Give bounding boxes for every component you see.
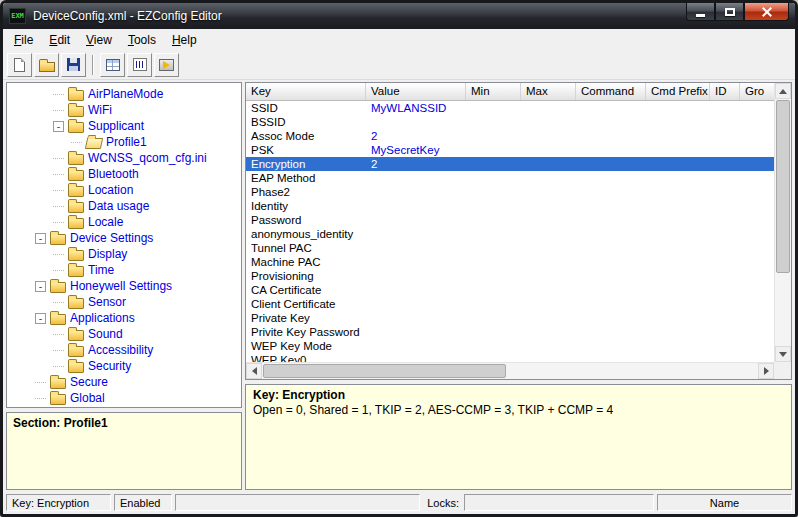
table-row-password[interactable]: Password bbox=[246, 213, 774, 227]
tree-item-security[interactable]: Security bbox=[7, 358, 241, 374]
value-cell: MyWLANSSID bbox=[366, 101, 466, 115]
tree-item-device-settings[interactable]: -Device Settings bbox=[7, 230, 241, 246]
new-file-button[interactable] bbox=[7, 53, 32, 77]
tree-item-wifi[interactable]: WiFi bbox=[7, 102, 241, 118]
tree-expander-minus-icon[interactable]: - bbox=[35, 313, 46, 324]
status-spacer bbox=[175, 494, 420, 511]
folder-open-icon bbox=[85, 138, 103, 149]
vertical-scrollbar[interactable] bbox=[774, 83, 791, 362]
table-row-wep-key0[interactable]: WEP Key0 bbox=[246, 353, 774, 362]
folder-closed-icon bbox=[68, 122, 84, 133]
column-header-gro[interactable]: Gro bbox=[740, 83, 774, 100]
table-row-ssid[interactable]: SSIDMyWLANSSID bbox=[246, 101, 774, 115]
menu-file[interactable]: File bbox=[6, 31, 41, 49]
table-row-phase2[interactable]: Phase2 bbox=[246, 185, 774, 199]
tree-item-applications[interactable]: -Applications bbox=[7, 310, 241, 326]
tree-item-time[interactable]: Time bbox=[7, 262, 241, 278]
scroll-down-button[interactable] bbox=[775, 346, 791, 362]
key-cell: EAP Method bbox=[246, 171, 366, 185]
empty-cell bbox=[646, 171, 710, 185]
arrow-right-icon bbox=[764, 367, 773, 375]
table-row-bssid[interactable]: BSSID bbox=[246, 115, 774, 129]
menu-view[interactable]: View bbox=[78, 31, 120, 49]
scroll-left-button[interactable] bbox=[246, 363, 262, 379]
column-header-min[interactable]: Min bbox=[466, 83, 521, 100]
scroll-right-button[interactable] bbox=[758, 363, 774, 379]
table-row-encryption[interactable]: Encryption2 bbox=[246, 157, 774, 171]
scroll-up-button[interactable] bbox=[775, 83, 791, 99]
column-header-command[interactable]: Command bbox=[576, 83, 646, 100]
table-row-psk[interactable]: PSKMySecretKey bbox=[246, 143, 774, 157]
key-cell: Machine PAC bbox=[246, 255, 366, 269]
close-button[interactable] bbox=[744, 3, 789, 21]
tree-item-honeywell-settings[interactable]: -Honeywell Settings bbox=[7, 278, 241, 294]
horizontal-scrollbar[interactable] bbox=[246, 362, 774, 379]
column-header-cmd-prefix[interactable]: Cmd Prefix bbox=[646, 83, 710, 100]
send-to-device-button[interactable] bbox=[154, 53, 179, 77]
toolbar bbox=[3, 50, 795, 80]
menu-edit[interactable]: Edit bbox=[41, 31, 78, 49]
empty-cell bbox=[576, 339, 646, 353]
column-header-key[interactable]: Key bbox=[246, 83, 366, 100]
tree-item-data-usage[interactable]: Data usage bbox=[7, 198, 241, 214]
empty-cell bbox=[521, 185, 576, 199]
open-file-button[interactable] bbox=[34, 53, 59, 77]
empty-cell bbox=[466, 255, 521, 269]
maximize-button[interactable] bbox=[715, 3, 744, 21]
empty-cell bbox=[740, 255, 774, 269]
table-row-assoc-mode[interactable]: Assoc Mode2 bbox=[246, 129, 774, 143]
table-row-provisioning[interactable]: Provisioning bbox=[246, 269, 774, 283]
tree-item-locale[interactable]: Locale bbox=[7, 214, 241, 230]
vertical-scroll-thumb[interactable] bbox=[776, 100, 790, 273]
tree-expander-minus-icon[interactable]: - bbox=[35, 233, 46, 244]
table-row-private-key[interactable]: Private Key bbox=[246, 311, 774, 325]
table-row-client-certificate[interactable]: Client Certificate bbox=[246, 297, 774, 311]
table-row-machine-pac[interactable]: Machine PAC bbox=[246, 255, 774, 269]
tree-expander-minus-icon[interactable]: - bbox=[53, 121, 64, 132]
empty-cell bbox=[521, 101, 576, 115]
empty-cell bbox=[521, 283, 576, 297]
table-row-identity[interactable]: Identity bbox=[246, 199, 774, 213]
barcode-button[interactable] bbox=[127, 53, 152, 77]
barcode-icon bbox=[133, 58, 147, 71]
tree-item-display[interactable]: Display bbox=[7, 246, 241, 262]
empty-cell bbox=[710, 269, 740, 283]
empty-cell bbox=[710, 213, 740, 227]
tree-item-wcnss-qcom-cfg-ini[interactable]: WCNSS_qcom_cfg.ini bbox=[7, 150, 241, 166]
column-header-max[interactable]: Max bbox=[521, 83, 576, 100]
tree-item-sound[interactable]: Sound bbox=[7, 326, 241, 342]
column-header-id[interactable]: ID bbox=[710, 83, 740, 100]
table-row-anonymous-identity[interactable]: anonymous_identity bbox=[246, 227, 774, 241]
tree-item-sensor[interactable]: Sensor bbox=[7, 294, 241, 310]
folder-closed-icon bbox=[50, 378, 66, 389]
minimize-button[interactable] bbox=[686, 3, 715, 21]
tree-item-airplanemode[interactable]: AirPlaneMode bbox=[7, 86, 241, 102]
tree-item-supplicant[interactable]: -Supplicant bbox=[7, 118, 241, 134]
tree-item-bluetooth[interactable]: Bluetooth bbox=[7, 166, 241, 182]
menu-help[interactable]: Help bbox=[164, 31, 205, 49]
table-row-privite-key-password[interactable]: Privite Key Password bbox=[246, 325, 774, 339]
tree-item-accessibility[interactable]: Accessibility bbox=[7, 342, 241, 358]
tree-item-secure[interactable]: Secure bbox=[7, 374, 241, 390]
empty-cell bbox=[521, 325, 576, 339]
table-row-tunnel-pac[interactable]: Tunnel PAC bbox=[246, 241, 774, 255]
tree-item-profile1[interactable]: Profile1 bbox=[7, 134, 241, 150]
menu-tools[interactable]: Tools bbox=[120, 31, 164, 49]
column-header-value[interactable]: Value bbox=[366, 83, 466, 100]
table-row-ca-certificate[interactable]: CA Certificate bbox=[246, 283, 774, 297]
value-cell bbox=[366, 283, 466, 297]
status-enabled: Enabled bbox=[114, 494, 172, 511]
empty-cell bbox=[576, 311, 646, 325]
tree-item-global[interactable]: Global bbox=[7, 390, 241, 406]
table-row-eap-method[interactable]: EAP Method bbox=[246, 171, 774, 185]
titlebar[interactable]: EXM DeviceConfig.xml - EZConfig Editor bbox=[3, 3, 795, 29]
save-button[interactable] bbox=[61, 53, 86, 77]
tree-label: Bluetooth bbox=[88, 167, 139, 181]
empty-cell bbox=[740, 171, 774, 185]
table-row-wep-key-mode[interactable]: WEP Key Mode bbox=[246, 339, 774, 353]
grid-view-button[interactable] bbox=[100, 53, 125, 77]
tree-expander-minus-icon[interactable]: - bbox=[35, 281, 46, 292]
tree-item-location[interactable]: Location bbox=[7, 182, 241, 198]
empty-cell bbox=[521, 129, 576, 143]
horizontal-scroll-thumb[interactable] bbox=[263, 364, 506, 378]
